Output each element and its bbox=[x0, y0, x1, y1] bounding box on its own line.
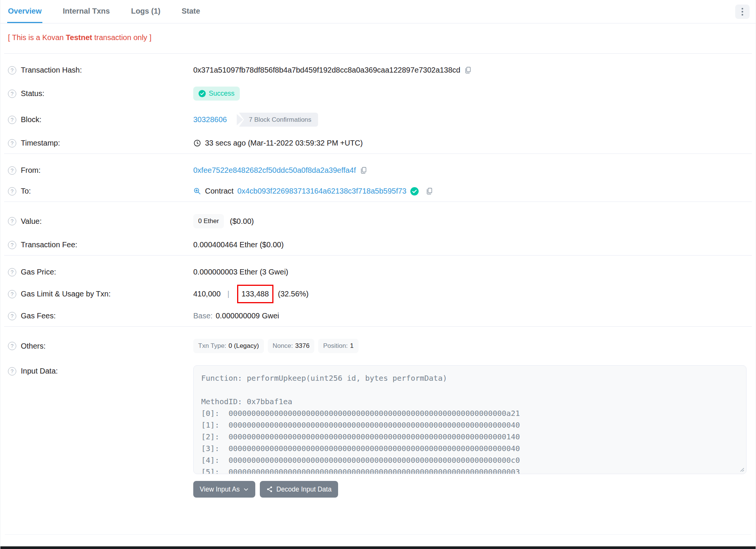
value-label: Value: bbox=[21, 217, 42, 226]
testnet-notice: [ This is a Kovan Testnet transaction on… bbox=[0, 23, 756, 53]
block-number-link[interactable]: 30328606 bbox=[193, 115, 227, 124]
row-to: To: Contract 0x4cb093f226983713164a62138… bbox=[8, 181, 747, 202]
help-icon[interactable] bbox=[8, 139, 16, 147]
help-icon[interactable] bbox=[8, 166, 16, 175]
row-block: Block: 30328606 7 Block Confirmations bbox=[8, 107, 747, 133]
copy-icon[interactable] bbox=[425, 187, 433, 195]
value-usd: ($0.00) bbox=[230, 217, 254, 226]
decode-icon bbox=[266, 486, 273, 493]
txn-type-key: Txn Type: bbox=[198, 342, 226, 350]
from-address-link[interactable]: 0xfee7522e8482682cf50ddc50a0f8da2a39effa… bbox=[193, 166, 356, 175]
transaction-hash-value: 0x371a51097fb78df856f8b4a7bd459f192d8cc8… bbox=[193, 66, 460, 74]
transaction-hash-label: Transaction Hash: bbox=[21, 66, 82, 74]
decode-input-data-button[interactable]: Decode Input Data bbox=[260, 481, 338, 498]
footer-edge bbox=[0, 546, 756, 549]
testnet-notice-bold: Testnet bbox=[66, 33, 92, 42]
from-label: From: bbox=[21, 166, 40, 175]
to-contract-prefix: Contract bbox=[205, 187, 234, 195]
input-data-label: Input Data: bbox=[21, 367, 58, 375]
row-from: From: 0xfee7522e8482682cf50ddc50a0f8da2a… bbox=[8, 160, 747, 181]
row-transaction-fee: Transaction Fee: 0.000400464 Ether ($0.0… bbox=[8, 234, 747, 255]
help-icon[interactable] bbox=[8, 290, 16, 298]
nonce-value: 3376 bbox=[295, 342, 310, 350]
copy-icon[interactable] bbox=[464, 66, 472, 74]
verified-check-icon bbox=[410, 187, 419, 195]
row-input-data: Input Data: Function: performUpkeep(uint… bbox=[8, 359, 747, 504]
help-icon[interactable] bbox=[8, 187, 16, 195]
timestamp-label: Timestamp: bbox=[21, 139, 60, 147]
view-input-as-button[interactable]: View Input As bbox=[193, 481, 255, 498]
block-confirmations-badge: 7 Block Confirmations bbox=[237, 113, 318, 127]
help-icon[interactable] bbox=[8, 217, 16, 225]
input-data-text: Function: performUpkeep(uint256 id, byte… bbox=[201, 372, 739, 474]
more-options-button[interactable] bbox=[735, 5, 750, 19]
to-address-link[interactable]: 0x4cb093f226983713164a62138c3f718a5b595f… bbox=[238, 187, 407, 195]
gas-limit-usage-label: Gas Limit & Usage by Txn: bbox=[21, 290, 111, 298]
copy-icon[interactable] bbox=[360, 166, 368, 174]
help-icon[interactable] bbox=[8, 116, 16, 124]
help-icon[interactable] bbox=[8, 268, 16, 276]
transaction-overview-page: Overview Internal Txns Logs (1) State [ … bbox=[0, 0, 756, 549]
gas-fees-base-value: 0.000000009 Gwei bbox=[216, 312, 279, 320]
nonce-key: Nonce: bbox=[273, 342, 293, 350]
divider bbox=[5, 534, 751, 535]
txn-type-badge: Txn Type: 0 (Legacy) bbox=[193, 339, 264, 353]
value-badge: 0 Ether bbox=[193, 214, 224, 228]
gas-price-value: 0.000000003 Ether (3 Gwei) bbox=[193, 268, 288, 276]
nonce-badge: Nonce: 3376 bbox=[268, 339, 315, 353]
txn-type-value: 0 (Legacy) bbox=[228, 342, 259, 350]
help-icon[interactable] bbox=[8, 90, 16, 98]
testnet-notice-prefix: [ This is a Kovan bbox=[8, 33, 66, 42]
decode-input-data-label: Decode Input Data bbox=[276, 485, 332, 493]
row-gas-price: Gas Price: 0.000000003 Ether (3 Gwei) bbox=[8, 262, 747, 282]
gas-fees-label: Gas Fees: bbox=[21, 312, 56, 320]
row-transaction-hash: Transaction Hash: 0x371a51097fb78df856f8… bbox=[8, 60, 747, 81]
input-data-textarea[interactable]: Function: performUpkeep(uint256 id, byte… bbox=[193, 365, 747, 474]
row-status: Status: Success bbox=[8, 81, 747, 107]
position-badge: Position: 1 bbox=[318, 339, 359, 353]
magnifier-plus-icon[interactable] bbox=[193, 187, 201, 195]
annotation-box: 133,488 bbox=[237, 285, 273, 303]
chevron-down-icon bbox=[243, 487, 249, 492]
gas-price-label: Gas Price: bbox=[21, 268, 56, 276]
pipe-separator: | bbox=[227, 290, 229, 298]
help-icon[interactable] bbox=[8, 66, 16, 74]
help-icon[interactable] bbox=[8, 241, 16, 249]
view-input-as-label: View Input As bbox=[200, 485, 240, 493]
resize-handle-icon[interactable] bbox=[739, 467, 744, 472]
position-value: 1 bbox=[350, 342, 354, 350]
row-value: Value: 0 Ether ($0.00) bbox=[8, 208, 747, 234]
position-key: Position: bbox=[323, 342, 348, 350]
clock-icon bbox=[193, 139, 201, 147]
row-timestamp: Timestamp: 33 secs ago (Mar-11-2022 03:5… bbox=[8, 133, 747, 154]
kebab-icon bbox=[742, 8, 743, 9]
row-others: Others: Txn Type: 0 (Legacy) Nonce: 3376… bbox=[8, 333, 747, 359]
check-circle-icon bbox=[199, 90, 206, 97]
gas-limit-value: 410,000 bbox=[193, 290, 220, 298]
gas-used-value: 133,488 bbox=[242, 290, 269, 298]
block-label: Block: bbox=[21, 115, 41, 124]
tab-logs[interactable]: Logs (1) bbox=[130, 0, 161, 23]
status-badge: Success bbox=[193, 87, 240, 101]
help-icon[interactable] bbox=[8, 312, 16, 320]
status-label: Status: bbox=[21, 89, 44, 98]
transaction-fee-value: 0.000400464 Ether ($0.00) bbox=[193, 240, 284, 249]
block-confirmations-text: 7 Block Confirmations bbox=[239, 113, 318, 127]
gas-used-percent: (32.56%) bbox=[278, 290, 309, 298]
status-text: Success bbox=[209, 90, 234, 98]
others-label: Others: bbox=[21, 342, 46, 350]
tab-overview[interactable]: Overview bbox=[7, 0, 42, 23]
row-gas-fees: Gas Fees: Base: 0.000000009 Gwei bbox=[8, 306, 747, 326]
to-label: To: bbox=[21, 187, 31, 195]
help-icon[interactable] bbox=[8, 367, 16, 375]
tab-state[interactable]: State bbox=[181, 0, 201, 23]
tab-internal-txns[interactable]: Internal Txns bbox=[62, 0, 110, 23]
transaction-fee-label: Transaction Fee: bbox=[21, 240, 77, 249]
help-icon[interactable] bbox=[8, 342, 16, 350]
tab-bar: Overview Internal Txns Logs (1) State bbox=[0, 0, 756, 23]
timestamp-value: 33 secs ago (Mar-11-2022 03:59:32 PM +UT… bbox=[205, 139, 363, 147]
gas-fees-base-label: Base: bbox=[193, 312, 213, 320]
testnet-notice-suffix: transaction only ] bbox=[92, 33, 152, 42]
row-gas-limit-usage: Gas Limit & Usage by Txn: 410,000 | 133,… bbox=[8, 282, 747, 306]
